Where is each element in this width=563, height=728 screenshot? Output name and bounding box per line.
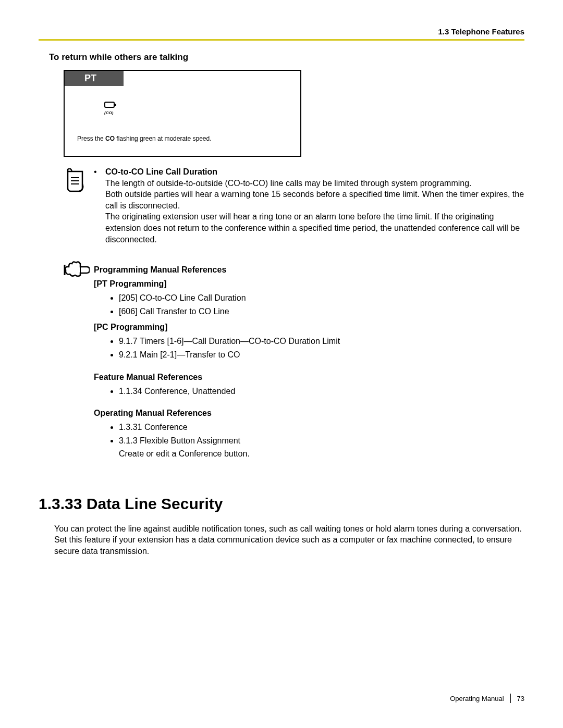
list-item: 1.1.34 Conference, Unattended (119, 385, 340, 398)
pt-caption-prefix: Press the (77, 135, 105, 142)
co-button-icon (104, 102, 117, 109)
page: 1.3 Telephone Features To return while o… (0, 0, 563, 728)
footer-page-number: 73 (517, 695, 524, 702)
pt-caption-bold: CO (105, 135, 115, 142)
hand-pointer-icon (64, 260, 94, 279)
header-rule (39, 39, 524, 41)
list-item: [205] CO-to-CO Line Call Duration (119, 292, 340, 305)
footer-divider (510, 694, 511, 703)
section-heading: 1.3.33 Data Line Security (39, 495, 524, 513)
feature-manual-list: 1.1.34 Conference, Unattended (94, 385, 340, 398)
note-content: • CO-to-CO Line Call Duration The length… (94, 166, 524, 245)
operating-manual-heading: Operating Manual References (94, 407, 340, 420)
note-line1: The length of outside-to-outside (CO-to-… (105, 179, 472, 188)
references-block: Programming Manual References [PT Progra… (64, 260, 524, 463)
co-label: (CO) (104, 110, 288, 116)
note-bullet-title: CO-to-CO Line Call Duration (105, 167, 217, 176)
pt-caption-suffix: flashing green at moderate speed. (115, 135, 211, 142)
page-footer: Operating Manual 73 (450, 694, 524, 703)
section-body: You can protect the line against audible… (54, 523, 524, 557)
list-item: 9.1.7 Timers [1-6]—Call Duration—CO-to-C… (119, 335, 340, 348)
co-button-graphic: (CO) (104, 102, 288, 116)
list-item: [606] Call Transfer to CO Line (119, 305, 340, 318)
pt-box-body: (CO) Press the CO flashing green at mode… (65, 86, 300, 156)
pt-tab-label: PT (65, 71, 124, 86)
feature-manual-heading: Feature Manual References (94, 371, 340, 384)
operating-manual-list: 1.3.31 Conference 3.1.3 Flexible Button … (94, 421, 340, 460)
prog-manual-heading: Programming Manual References (94, 264, 340, 277)
note-block: • CO-to-CO Line Call Duration The length… (64, 166, 524, 245)
list-item: 9.2.1 Main [2-1]—Transfer to CO (119, 349, 340, 362)
references-content: Programming Manual References [PT Progra… (94, 260, 340, 463)
bullet-dot: • (94, 166, 105, 245)
list-item: 3.1.3 Flexible Button Assignment Create … (119, 435, 340, 461)
pt-programming-heading: [PT Programming] (94, 278, 340, 291)
svg-rect-0 (105, 102, 114, 107)
pt-caption: Press the CO flashing green at moderate … (77, 134, 288, 143)
pc-programming-heading: [PC Programming] (94, 321, 340, 334)
note-line2: Both outside parties will hear a warning… (105, 190, 524, 210)
subheading: To return while others are talking (49, 52, 524, 63)
list-item: 1.3.31 Conference (119, 421, 340, 434)
header-breadcrumb: 1.3 Telephone Features (39, 27, 524, 36)
note-line3: The originating extension user will hear… (105, 212, 520, 243)
note-icon (64, 166, 94, 198)
pt-programming-list: [205] CO-to-CO Line Call Duration [606] … (94, 292, 340, 318)
op-tail: Create or edit a Conference button. (119, 449, 250, 458)
pt-box: PT (CO) Press the CO flashing green at m… (64, 70, 301, 157)
pc-programming-list: 9.1.7 Timers [1-6]—Call Duration—CO-to-C… (94, 335, 340, 362)
footer-manual-name: Operating Manual (450, 695, 504, 702)
svg-rect-1 (114, 104, 116, 106)
